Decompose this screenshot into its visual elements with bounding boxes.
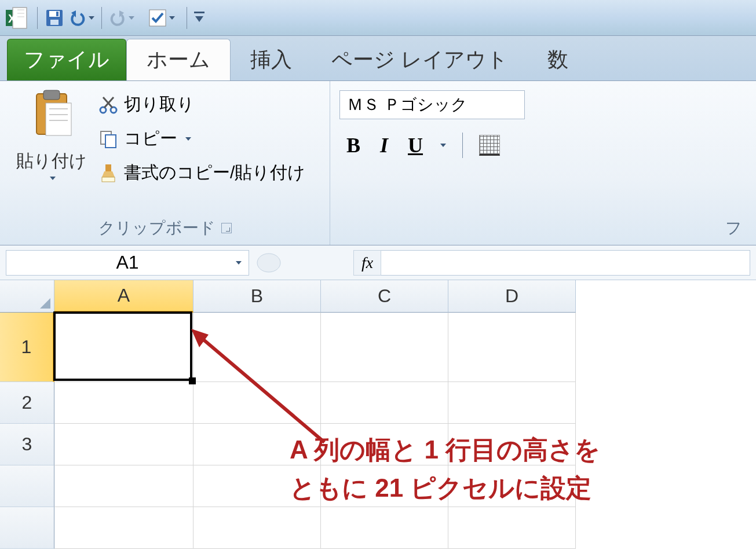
copy-label: コピー bbox=[124, 127, 177, 151]
paste-icon bbox=[28, 89, 75, 145]
cell-A5[interactable] bbox=[54, 507, 193, 549]
font-group-label: フ bbox=[339, 214, 747, 243]
svg-rect-9 bbox=[50, 20, 59, 25]
cell-A4[interactable] bbox=[54, 465, 193, 507]
row-headers: 123 bbox=[0, 313, 54, 549]
fill-handle[interactable] bbox=[189, 377, 196, 384]
row-header-4[interactable] bbox=[0, 465, 54, 507]
cell-B3[interactable] bbox=[193, 424, 321, 465]
clipboard-group-label: クリップボード bbox=[9, 214, 320, 243]
cell-D5[interactable] bbox=[448, 507, 576, 549]
cell-A2[interactable] bbox=[54, 382, 193, 424]
column-header-A[interactable]: A bbox=[54, 280, 193, 313]
separator bbox=[462, 133, 463, 158]
row-header-5[interactable] bbox=[0, 507, 54, 549]
copy-icon bbox=[98, 129, 118, 149]
titlebar: X bbox=[0, 0, 756, 36]
tab-file[interactable]: ファイル bbox=[7, 39, 126, 80]
tab-insert[interactable]: 挿入 bbox=[231, 39, 312, 80]
cut-button[interactable]: 切り取り bbox=[98, 93, 305, 116]
redo-button[interactable] bbox=[109, 9, 134, 27]
check-button[interactable] bbox=[148, 9, 175, 27]
ribbon-tabs: ファイル ホーム 挿入 ページ レイアウト 数 bbox=[0, 36, 756, 81]
cell-D2[interactable] bbox=[448, 382, 576, 424]
italic-button[interactable]: I bbox=[375, 131, 393, 160]
cell-C2[interactable] bbox=[321, 382, 448, 424]
cell-C5[interactable] bbox=[321, 507, 448, 549]
ribbon-content: 貼り付け 切り取り bbox=[0, 81, 756, 245]
underline-button[interactable]: U bbox=[403, 131, 428, 160]
formula-bar-row: A1 fx bbox=[0, 245, 756, 280]
cell-A3[interactable] bbox=[54, 424, 193, 465]
select-all-button[interactable] bbox=[0, 280, 54, 313]
redo-icon bbox=[109, 9, 126, 27]
check-icon bbox=[148, 9, 167, 27]
svg-rect-28 bbox=[105, 164, 111, 171]
cell-D4[interactable] bbox=[448, 465, 576, 507]
svg-text:X: X bbox=[8, 12, 16, 25]
dropdown-arrow-icon bbox=[236, 261, 242, 265]
copy-button[interactable]: コピー bbox=[98, 127, 305, 151]
column-header-B[interactable]: B bbox=[193, 280, 321, 313]
qat-customize-button[interactable] bbox=[194, 12, 204, 24]
border-button[interactable] bbox=[479, 135, 500, 156]
dropdown-arrow-icon bbox=[440, 144, 446, 147]
cell-D3[interactable] bbox=[448, 424, 576, 465]
undo-icon bbox=[69, 9, 86, 27]
cell-D1[interactable] bbox=[448, 313, 576, 382]
cell-B4[interactable] bbox=[193, 465, 321, 507]
qat-separator bbox=[101, 7, 102, 29]
save-icon bbox=[45, 8, 64, 28]
dropdown-arrow-icon bbox=[129, 16, 134, 20]
formula-input[interactable] bbox=[381, 250, 750, 276]
cell-C3[interactable] bbox=[321, 424, 448, 465]
dropdown-arrow-icon bbox=[50, 177, 56, 180]
cell-B5[interactable] bbox=[193, 507, 321, 549]
customize-icon bbox=[194, 12, 204, 24]
cell-C1[interactable] bbox=[321, 313, 448, 382]
insert-function-button[interactable]: fx bbox=[353, 250, 381, 276]
brush-icon bbox=[98, 163, 118, 183]
cell-B1[interactable] bbox=[193, 313, 321, 382]
dialog-launcher-button[interactable] bbox=[221, 223, 232, 233]
ribbon-group-clipboard: 貼り付け 切り取り bbox=[0, 81, 330, 245]
scissors-icon bbox=[98, 95, 118, 115]
font-name-combobox[interactable]: ＭＳ Ｐゴシック bbox=[339, 90, 525, 119]
tab-page-layout[interactable]: ページ レイアウト bbox=[312, 39, 528, 80]
cut-label: 切り取り bbox=[124, 93, 195, 116]
paste-button[interactable]: 貼り付け bbox=[9, 86, 94, 214]
paste-label: 貼り付け bbox=[16, 149, 87, 173]
save-button[interactable] bbox=[45, 8, 64, 28]
formula-expand-icon[interactable] bbox=[255, 251, 295, 274]
dropdown-arrow-icon bbox=[185, 137, 191, 141]
svg-point-31 bbox=[257, 254, 280, 272]
excel-app-icon[interactable]: X bbox=[5, 6, 28, 30]
format-painter-label: 書式のコピー/貼り付け bbox=[124, 161, 305, 185]
dropdown-arrow-icon bbox=[89, 16, 94, 20]
column-headers: ABCD bbox=[0, 280, 756, 313]
row-header-1[interactable]: 1 bbox=[0, 313, 54, 382]
cell-B2[interactable] bbox=[193, 382, 321, 424]
tab-home[interactable]: ホーム bbox=[126, 39, 231, 80]
qat-separator bbox=[187, 7, 187, 29]
column-header-C[interactable]: C bbox=[321, 280, 448, 313]
spreadsheet-grid: ABCD 123 A 列の幅と 1 行目の高さを ともに 21 ピクセルに設定 bbox=[0, 280, 756, 549]
name-box[interactable]: A1 bbox=[6, 250, 249, 276]
bold-button[interactable]: B bbox=[342, 131, 365, 160]
column-header-D[interactable]: D bbox=[448, 280, 576, 313]
row-header-3[interactable]: 3 bbox=[0, 424, 54, 465]
undo-button[interactable] bbox=[69, 9, 94, 27]
ribbon-group-font: ＭＳ Ｐゴシック B I U フ bbox=[330, 81, 756, 245]
cell-C4[interactable] bbox=[321, 465, 448, 507]
svg-rect-10 bbox=[56, 12, 59, 16]
format-painter-button[interactable]: 書式のコピー/貼り付け bbox=[98, 161, 305, 185]
svg-rect-18 bbox=[46, 103, 71, 135]
dropdown-arrow-icon bbox=[169, 16, 175, 20]
svg-rect-27 bbox=[105, 135, 116, 148]
svg-rect-17 bbox=[43, 90, 60, 100]
cell-A1[interactable] bbox=[54, 313, 193, 382]
row-header-2[interactable]: 2 bbox=[0, 382, 54, 424]
svg-marker-15 bbox=[195, 16, 203, 22]
cells-area[interactable] bbox=[54, 313, 576, 549]
tab-formulas[interactable]: 数 bbox=[528, 39, 588, 80]
